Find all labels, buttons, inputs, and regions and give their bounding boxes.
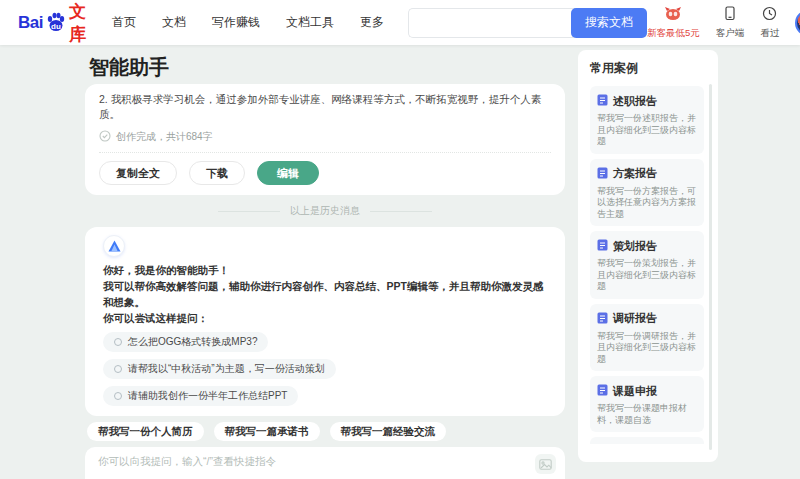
history-message-card: 2. 我积极寻求学习机会，通过参加外部专业讲座、网络课程等方式，不断拓宽视野，提…	[85, 84, 565, 195]
suggestion-chip-halfyear-ppt[interactable]: 请辅助我创作一份半年工作总结PPT	[103, 386, 298, 406]
history-divider-text: 以上是历史消息	[290, 204, 360, 218]
promo-icon	[664, 6, 682, 25]
doc-icon	[597, 443, 608, 444]
assistant-prompt-hint: 你可以尝试这样提问：	[103, 310, 547, 326]
header-actions: 新客最低5元 客户端 看过	[647, 6, 800, 40]
case-item-review-report[interactable]: 述职报告 帮我写一份述职报告，并且内容细化到三级内容标题	[590, 86, 704, 154]
case-title: 策划报告	[613, 239, 657, 254]
case-title: 调研报告	[613, 311, 657, 326]
main-nav: 首页 文档 写作赚钱 文档工具 更多	[112, 14, 384, 31]
assistant-intro: 我可以帮你高效解答问题，辅助你进行内容创作、内容总结、PPT编辑等，并且帮助你激…	[103, 278, 547, 310]
baidu-wenku-logo[interactable]: Bai du 文库	[18, 0, 86, 46]
doc-icon	[597, 310, 608, 328]
baidu-paw-icon: du	[44, 10, 68, 34]
logo-text-bai: Bai	[18, 13, 43, 33]
nav-doc-tools[interactable]: 文档工具	[286, 14, 334, 31]
case-title: 述职报告	[613, 94, 657, 109]
nav-more[interactable]: 更多	[360, 14, 384, 31]
status-text: 创作完成，共计684字	[116, 130, 213, 144]
page-title: 智能助手	[89, 54, 565, 81]
doc-icon	[597, 92, 608, 110]
new-user-promo[interactable]: 新客最低5元	[647, 6, 700, 40]
quick-prompt-row: 帮我写一份个人简历 帮我写一篇承诺书 帮我写一篇经验交流	[87, 422, 565, 441]
assistant-avatar-icon	[103, 235, 125, 257]
search-input[interactable]	[408, 8, 575, 38]
suggestion-list: 怎么把OGG格式转换成MP3? 请帮我以“中秋活动”为主题，写一份活动策划 请辅…	[103, 332, 547, 406]
history-actions: 复制全文 下载 编辑	[99, 161, 551, 185]
quick-prompt-experience[interactable]: 帮我写一篇经验交流	[330, 422, 447, 441]
insert-image-button[interactable]	[535, 454, 556, 474]
case-item-proposal-report[interactable]: 方案报告 帮我写一份方案报告，可以选择任意内容为方案报告主题	[590, 159, 704, 227]
case-desc: 帮我写一份课题申报材料，课题自选	[597, 403, 697, 426]
phone-icon	[723, 6, 737, 25]
case-desc: 帮我写一份策划报告，并且内容细化到三级内容标题	[597, 258, 697, 293]
history-label: 看过	[760, 27, 779, 40]
clock-icon	[762, 6, 777, 25]
top-header: Bai du 文库 首页 文档 写作赚钱 文档工具 更多 搜索文档	[0, 0, 800, 45]
search-button[interactable]: 搜索文档	[571, 8, 647, 38]
message-input[interactable]	[98, 455, 525, 479]
sidebar-title: 常用案例	[590, 60, 704, 77]
suggestion-chip-midautumn-plan[interactable]: 请帮我以“中秋活动”为主题，写一份活动策划	[103, 359, 336, 379]
case-item-project-application[interactable]: 课题申报 帮我写一份课题申报材料，课题自选	[590, 376, 704, 432]
history-divider: 以上是历史消息	[85, 204, 565, 218]
question-circle-icon	[114, 365, 122, 373]
case-desc: 帮我写一份调研报告，并且内容细化到三级内容标题	[597, 331, 697, 366]
copy-all-button[interactable]: 复制全文	[99, 161, 177, 185]
view-history[interactable]: 看过	[760, 6, 779, 40]
promo-label: 新客最低5元	[647, 27, 700, 40]
client-label: 客户端	[716, 27, 745, 40]
generation-status: 创作完成，共计684字	[99, 128, 551, 146]
quick-prompt-resume[interactable]: 帮我写一份个人简历	[87, 422, 204, 441]
assistant-message: 你好，我是你的智能助手！ 我可以帮你高效解答问题，辅助你进行内容创作、内容总结、…	[103, 262, 547, 326]
sidebar-scrollbar[interactable]	[709, 84, 712, 450]
check-circle-icon	[99, 128, 111, 146]
suggestion-text: 请辅助我创作一份半年工作总结PPT	[128, 389, 287, 403]
case-desc: 帮我写一份述职报告，并且内容细化到三级内容标题	[597, 113, 697, 148]
user-avatar[interactable]	[795, 10, 800, 36]
doc-icon	[597, 382, 608, 400]
case-item-work-report[interactable]: 工作报告 帮我写一份工作报告，工作类型随机	[590, 437, 704, 444]
case-desc: 帮我写一份方案报告，可以选择任意内容为方案报告主题	[597, 186, 697, 221]
nav-docs[interactable]: 文档	[162, 14, 186, 31]
case-list: 述职报告 帮我写一份述职报告，并且内容细化到三级内容标题 方案报告 帮我写一份方…	[590, 86, 704, 444]
message-composer: 0/400 ↵	[85, 447, 565, 479]
suggestion-text: 请帮我以“中秋活动”为主题，写一份活动策划	[128, 362, 325, 376]
nav-home[interactable]: 首页	[112, 14, 136, 31]
divider-line-right	[370, 211, 432, 212]
case-item-research-report[interactable]: 调研报告 帮我写一份调研报告，并且内容细化到三级内容标题	[590, 304, 704, 372]
assistant-welcome-card: 你好，我是你的智能助手！ 我可以帮你高效解答问题，辅助你进行内容创作、内容总结、…	[85, 227, 565, 416]
question-circle-icon	[114, 338, 122, 346]
doc-icon	[597, 237, 608, 255]
suggestion-text: 怎么把OGG格式转换成MP3?	[128, 335, 257, 349]
download-button[interactable]: 下载	[189, 161, 245, 185]
case-title: 方案报告	[613, 166, 657, 181]
svg-text:du: du	[51, 21, 61, 30]
edit-button[interactable]: 编辑	[257, 161, 319, 185]
assistant-main: 智能助手 2. 我积极寻求学习机会，通过参加外部专业讲座、网络课程等方式，不断拓…	[85, 45, 565, 479]
nav-write-earn[interactable]: 写作赚钱	[212, 14, 260, 31]
case-item-planning-report[interactable]: 策划报告 帮我写一份策划报告，并且内容细化到三级内容标题	[590, 231, 704, 299]
quick-prompt-commitment[interactable]: 帮我写一篇承诺书	[214, 422, 320, 441]
logo-text-wenku: 文库	[69, 0, 86, 46]
generated-text-partial: 2. 我积极寻求学习机会，通过参加外部专业讲座、网络课程等方式，不断拓宽视野，提…	[99, 92, 551, 122]
doc-icon	[597, 165, 608, 183]
dotted-divider	[99, 152, 551, 153]
assistant-greeting: 你好，我是你的智能助手！	[103, 262, 547, 278]
common-cases-panel: 常用案例 述职报告 帮我写一份述职报告，并且内容细化到三级内容标题 方案报告 帮…	[578, 50, 718, 462]
question-circle-icon	[114, 392, 122, 400]
search-bar: 搜索文档	[408, 8, 647, 38]
divider-line-left	[218, 211, 280, 212]
case-title: 课题申报	[613, 384, 657, 399]
client-app[interactable]: 客户端	[716, 6, 745, 40]
suggestion-chip-ogg-mp3[interactable]: 怎么把OGG格式转换成MP3?	[103, 332, 268, 352]
